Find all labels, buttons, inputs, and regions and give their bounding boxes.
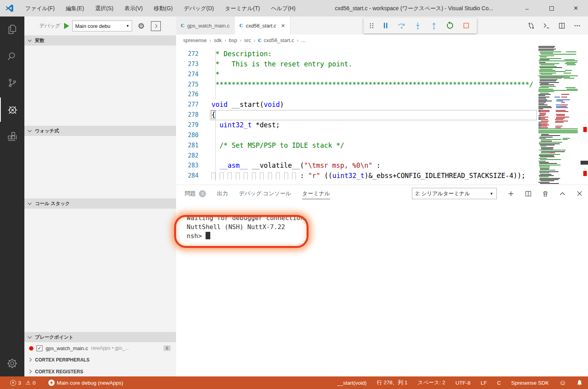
start-debug-button[interactable] — [64, 23, 69, 29]
line-number: 281 — [176, 141, 198, 151]
problems-status[interactable]: ✕ 3 ⚠ 0 — [10, 380, 36, 386]
menu-1[interactable]: 編集(E) — [60, 0, 90, 17]
step-out-button[interactable] — [430, 21, 438, 30]
step-into-button[interactable] — [413, 21, 422, 30]
line-number: 280 — [176, 130, 198, 141]
eol-status[interactable]: LF — [481, 380, 487, 386]
menu-7[interactable]: ヘルプ(H) — [265, 0, 301, 17]
code-line-282: 282 — [176, 151, 588, 161]
sdk-status[interactable]: Spresense SDK — [511, 380, 549, 386]
minimap[interactable] — [538, 46, 582, 185]
line-number: 282 — [176, 151, 198, 161]
error-icon: ✕ — [10, 380, 16, 386]
symbol-status[interactable]: __start(void) — [337, 380, 367, 386]
breakpoint-line-badge: 6 — [164, 345, 171, 351]
breadcrumb-item[interactable]: src — [244, 37, 251, 43]
code-line-276: 276 — [176, 90, 588, 100]
terminal-select[interactable]: 2: シリアルターミナル ▼ — [412, 188, 497, 199]
kill-terminal-icon[interactable] — [542, 191, 548, 197]
pause-button[interactable] — [381, 21, 390, 30]
settings-gear-icon[interactable] — [0, 351, 24, 376]
section-cortex-registers[interactable]: CORTEX REGISTERS — [24, 366, 176, 377]
panel-tabs: 問題3出力デバッグ コンソールターミナル — [176, 187, 341, 202]
status-bar: ✕ 3 ⚠ 0 Main core debug (newApps) __star… — [0, 376, 588, 389]
menu-6[interactable]: ターミナル(T) — [219, 0, 265, 17]
breadcrumb[interactable]: spresense›sdk›bsp›src›Ccxd56_start.c›... — [176, 35, 588, 46]
menu-2[interactable]: 選択(S) — [90, 0, 119, 17]
section-watch[interactable]: ウォッチ式 — [24, 126, 176, 136]
breakpoint-checkbox[interactable]: ✓ — [37, 345, 42, 351]
chevron-down-icon — [28, 201, 32, 205]
debug-sidebar: デバッグ Main core debu ▼ ⚙ 変数 ウォッチ式 コール スタッ… — [24, 17, 176, 376]
open-changes-icon[interactable] — [528, 22, 535, 29]
panel-tab-出力[interactable]: 出力 — [217, 190, 228, 199]
menu-4[interactable]: 移動(G) — [148, 0, 178, 17]
debug-icon[interactable] — [0, 97, 24, 122]
breadcrumb-more[interactable]: ... — [301, 37, 305, 43]
line-number: 279 — [176, 120, 198, 130]
line-number: 278 — [176, 110, 198, 120]
more-actions-icon[interactable] — [574, 22, 581, 29]
encoding-status[interactable]: UTF-8 — [456, 380, 470, 386]
line-number: 272 — [176, 49, 198, 59]
debug-config-select[interactable]: Main core debu ▼ — [72, 20, 132, 31]
section-variables[interactable]: 変数 — [24, 35, 176, 46]
line-number: 273 — [176, 59, 198, 70]
close-panel-icon[interactable] — [577, 191, 582, 196]
feedback-smiley-icon[interactable]: ☺ — [559, 379, 566, 387]
debug-settings-gear-icon[interactable]: ⚙ — [138, 21, 145, 31]
language-status[interactable]: C — [497, 380, 501, 386]
problems-badge: 3 — [199, 190, 206, 197]
code-line-278: 278{ — [176, 110, 588, 120]
step-over-button[interactable] — [397, 21, 406, 30]
split-terminal-icon[interactable] — [525, 191, 531, 197]
source-control-icon[interactable] — [0, 71, 24, 95]
menu-0[interactable]: ファイル(F) — [20, 0, 60, 17]
activity-bar — [0, 17, 24, 376]
annotation-highlight — [174, 215, 309, 248]
panel-tab-問題[interactable]: 問題3 — [185, 190, 206, 199]
menu-5[interactable]: デバッグ(D) — [178, 0, 219, 17]
explorer-icon[interactable] — [0, 17, 24, 42]
code-line-274: 274 * — [176, 70, 588, 80]
restart-button[interactable] — [446, 21, 454, 30]
section-cortex-peripherals[interactable]: CORTEX PERIPHERALS — [24, 354, 176, 365]
menu-3[interactable]: 表示(V) — [119, 0, 149, 17]
minimize-button[interactable]: – — [515, 0, 539, 17]
dropdown-caret-icon: ▼ — [490, 192, 493, 196]
split-editor-icon[interactable] — [559, 22, 565, 29]
code-editor[interactable]: 272 * Description:273 * This is the rese… — [176, 46, 588, 185]
indentation-status[interactable]: スペース: 2 — [418, 379, 445, 386]
section-breakpoints[interactable]: ブレークポイント — [24, 332, 176, 342]
breakpoint-item[interactable]: ✓ gps_watch_main.c newApps • gps_... 6 — [24, 343, 176, 354]
maximize-panel-icon[interactable] — [559, 191, 566, 197]
line-col-status[interactable]: 行 278、列 1 — [377, 379, 408, 386]
tab-close-icon[interactable]: ✕ — [281, 23, 285, 29]
maximize-button[interactable] — [539, 0, 564, 17]
c-file-icon: C — [181, 22, 184, 29]
debug-console-toggle-icon[interactable] — [151, 21, 161, 31]
stop-button[interactable] — [462, 21, 470, 30]
editor-tab-gps_watch_main.c[interactable]: Cgps_watch_main.c — [176, 17, 235, 35]
breadcrumb-item[interactable]: bsp — [229, 37, 237, 43]
debug-status[interactable]: Main core debug (newApps) — [48, 380, 123, 386]
new-terminal-icon[interactable] — [508, 191, 514, 197]
search-icon[interactable] — [0, 44, 24, 68]
editor-tab-cxd56_start.c[interactable]: Ccxd56_start.c✕ — [235, 17, 290, 35]
chevron-down-icon — [28, 334, 32, 338]
drag-grip-icon[interactable] — [370, 23, 374, 28]
breadcrumb-item[interactable]: spresense — [183, 37, 207, 43]
title-bar: ファイル(F)編集(E)選択(S)表示(V)移動(G)デバッグ(D)ターミナル(… — [0, 0, 588, 17]
breadcrumb-item[interactable]: cxd56_start.c — [264, 37, 294, 43]
breakpoint-dot-icon — [29, 346, 33, 350]
tab-label: cxd56_start.c — [246, 23, 276, 29]
panel-tab-ターミナル[interactable]: ターミナル — [302, 190, 330, 199]
close-button[interactable]: ✕ — [564, 0, 588, 17]
extensions-icon[interactable] — [0, 124, 24, 149]
editor-area: Cgps_watch_main.cCcxd56_start.c✕ spresen… — [176, 17, 588, 185]
breadcrumb-item[interactable]: sdk — [214, 37, 222, 43]
section-callstack[interactable]: コール スタック — [24, 198, 176, 209]
notifications-bell-icon[interactable] — [577, 380, 582, 386]
open-terminal-icon[interactable] — [543, 22, 550, 29]
panel-tab-デバッグ コンソール[interactable]: デバッグ コンソール — [239, 190, 291, 199]
